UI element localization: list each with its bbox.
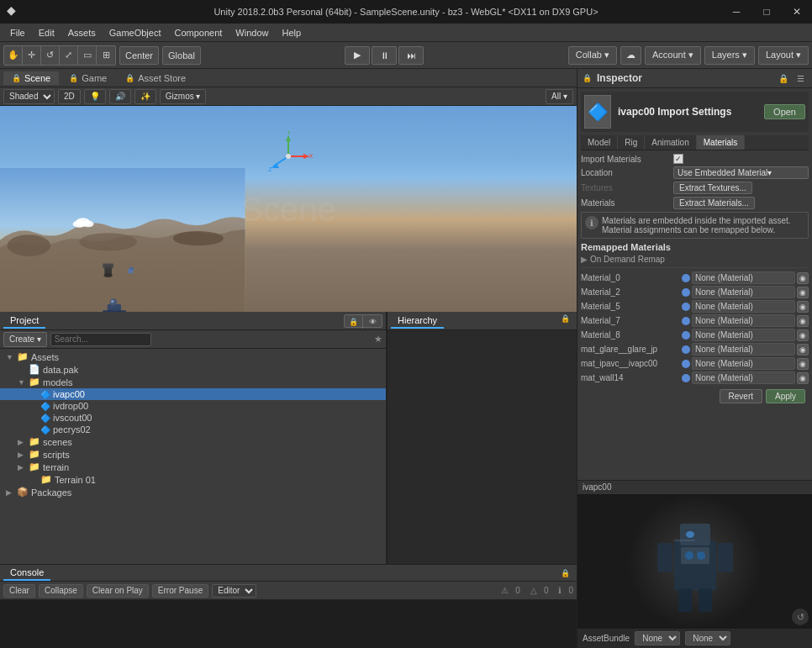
editor-select[interactable]: Editor: [212, 584, 256, 598]
lock-project-icon[interactable]: 🔒: [345, 315, 363, 329]
scene-options-bar: Shaded 2D 💡 🔊 ✨ Gizmos ▾ All ▾: [0, 87, 577, 106]
terrain-svg: [0, 168, 245, 313]
rect-tool[interactable]: ▭: [78, 46, 97, 65]
eye-project-icon[interactable]: 👁: [363, 315, 382, 329]
assetbundle-variant-select[interactable]: None: [685, 631, 730, 645]
menu-gameobject[interactable]: GameObject: [103, 26, 168, 40]
tree-item-models[interactable]: ▼ 📁 models: [0, 376, 386, 388]
assetbundle-name-select[interactable]: None: [635, 631, 680, 645]
layout-button[interactable]: Layout ▾: [758, 46, 809, 65]
transform-tool[interactable]: ⊞: [97, 46, 115, 65]
scene-console-area: 🔒 Scene 🔒 Game 🔒 Asset Store Shaded 2D 💡…: [0, 69, 577, 648]
hierarchy-tab[interactable]: Hierarchy: [391, 313, 444, 329]
inspector-menu-btn[interactable]: ☰: [794, 71, 807, 85]
console-tab[interactable]: Console: [3, 566, 50, 581]
lights-button[interactable]: 💡: [84, 89, 106, 104]
all-filter-button[interactable]: All ▾: [546, 89, 573, 104]
layers-button[interactable]: Layers ▾: [704, 46, 755, 65]
clear-on-play-button[interactable]: Clear on Play: [87, 584, 149, 598]
collapse-button[interactable]: Collapse: [39, 584, 83, 598]
mat-pick-ipavc[interactable]: ◉: [797, 358, 809, 370]
scene-view[interactable]: X Y Z Scene: [0, 106, 577, 312]
pause-button[interactable]: ⏸: [372, 46, 397, 65]
effects-button[interactable]: ✨: [134, 89, 156, 104]
tree-item-terrain01[interactable]: 📁 Terrain 01: [0, 473, 386, 486]
collab-button[interactable]: Collab ▾: [568, 46, 617, 65]
audio-button[interactable]: 🔊: [109, 89, 131, 104]
material-row-glare: mat_glare__glare_jp None (Material) ◉: [581, 343, 809, 356]
tree-item-terrain[interactable]: ▶ 📁 terrain: [0, 461, 386, 473]
revert-button[interactable]: Revert: [720, 389, 762, 403]
scale-tool[interactable]: ⤢: [60, 46, 78, 65]
menu-assets[interactable]: Assets: [61, 26, 103, 40]
center-button[interactable]: Center: [119, 46, 159, 65]
tree-item-ivapc00[interactable]: 🔷 ivapc00: [0, 388, 386, 400]
preview-footer: AssetBundle None None: [577, 629, 812, 648]
mat-pick-wall14[interactable]: ◉: [797, 372, 809, 384]
project-tab[interactable]: Project: [3, 313, 45, 329]
project-search-input[interactable]: [50, 333, 151, 346]
tree-item-assets[interactable]: ▼ 📁 Assets: [0, 350, 386, 363]
mat-field-7: None (Material): [692, 314, 795, 327]
asset-store-tab[interactable]: 🔒 Asset Store: [117, 71, 194, 85]
mat-pick-7[interactable]: ◉: [797, 315, 809, 327]
menu-file[interactable]: File: [3, 26, 32, 40]
2d-button[interactable]: 2D: [58, 89, 81, 104]
tab-animation[interactable]: Animation: [645, 135, 696, 150]
tree-item-datapak[interactable]: 📄 data.pak: [0, 363, 386, 376]
tree-item-ivscout00[interactable]: 🔷 ivscout00: [0, 412, 386, 424]
move-tool[interactable]: ✛: [23, 46, 41, 65]
open-button[interactable]: Open: [764, 104, 805, 119]
mat-pick-5[interactable]: ◉: [797, 301, 809, 313]
tree-item-ivdrop00[interactable]: 🔷 ivdrop00: [0, 400, 386, 412]
svg-point-1: [8, 234, 50, 256]
location-label: Location: [581, 168, 673, 177]
mat-pick-2[interactable]: ◉: [797, 287, 809, 298]
location-dropdown[interactable]: Use Embedded Material▾: [673, 166, 809, 179]
global-button[interactable]: Global: [162, 46, 201, 65]
cloud-button[interactable]: ☁: [620, 46, 641, 65]
clear-button[interactable]: Clear: [3, 584, 35, 598]
console-lock-icon[interactable]: 🔒: [557, 569, 573, 577]
rotate-tool[interactable]: ↺: [41, 46, 60, 65]
tree-item-scenes[interactable]: ▶ 📁 scenes: [0, 435, 386, 448]
gizmos-button[interactable]: Gizmos ▾: [160, 89, 207, 104]
menu-component[interactable]: Component: [167, 26, 229, 40]
step-button[interactable]: ⏭: [398, 46, 424, 65]
game-tab[interactable]: 🔒 Game: [61, 71, 115, 85]
tab-rig[interactable]: Rig: [618, 135, 645, 150]
error-pause-button[interactable]: Error Pause: [152, 584, 208, 598]
import-materials-checkbox[interactable]: ✓: [673, 154, 683, 164]
tab-model[interactable]: Model: [581, 135, 618, 150]
extract-materials-button[interactable]: Extract Materials...: [673, 197, 755, 209]
hand-tool[interactable]: ✋: [4, 46, 23, 65]
play-button[interactable]: ▶: [345, 46, 370, 65]
svg-rect-8: [103, 263, 113, 267]
menu-help[interactable]: Help: [275, 26, 308, 40]
menu-window[interactable]: Window: [229, 26, 275, 40]
close-button[interactable]: ✕: [782, 0, 812, 24]
mat-pick-8[interactable]: ◉: [797, 329, 809, 341]
mat-field-2: None (Material): [692, 286, 795, 298]
tree-item-pecrys02[interactable]: 🔷 pecrys02: [0, 424, 386, 435]
tree-item-scripts[interactable]: ▶ 📁 scripts: [0, 448, 386, 461]
mat-pick-glare[interactable]: ◉: [797, 344, 809, 356]
apply-button[interactable]: Apply: [766, 389, 805, 403]
hierarchy-lock-icon[interactable]: 🔒: [557, 314, 573, 328]
mat-pick-0[interactable]: ◉: [797, 272, 809, 284]
maximize-button[interactable]: □: [751, 0, 782, 24]
tree-item-packages[interactable]: ▶ 📦 Packages: [0, 486, 386, 498]
account-button[interactable]: Account ▾: [645, 46, 701, 65]
create-button[interactable]: Create ▾: [3, 332, 47, 347]
menu-edit[interactable]: Edit: [32, 26, 61, 40]
minimize-button[interactable]: ─: [721, 0, 751, 24]
preview-rotate-button[interactable]: ↺: [792, 608, 809, 625]
textures-label: Textures: [581, 183, 673, 192]
tab-materials[interactable]: Materials: [697, 135, 746, 150]
extract-textures-button[interactable]: Extract Textures...: [673, 182, 752, 194]
inspector-lock-btn[interactable]: 🔒: [777, 71, 790, 85]
material-row-8: Material_8 None (Material) ◉: [581, 329, 809, 341]
star-icon[interactable]: ★: [374, 334, 382, 345]
shaded-select[interactable]: Shaded: [3, 89, 55, 104]
scene-tab[interactable]: 🔒 Scene: [3, 71, 59, 85]
